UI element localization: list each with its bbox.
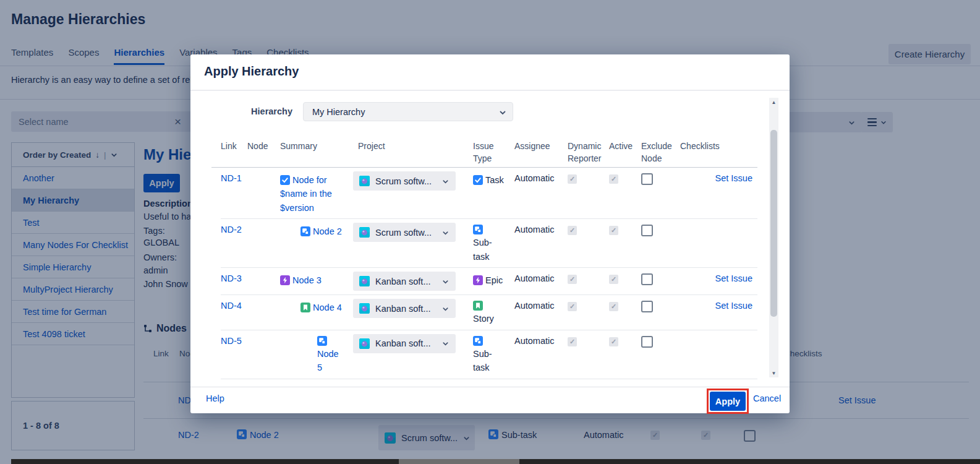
- assignee-value: Automatic: [514, 336, 554, 346]
- epic-icon: [473, 275, 483, 285]
- project-avatar-icon: [359, 338, 370, 349]
- project-avatar-icon: [359, 303, 370, 314]
- exclude-node-cell: [641, 225, 680, 264]
- issue-type-label: Task: [485, 173, 504, 187]
- project-cell: Scrum softw...: [358, 173, 473, 215]
- active-checkbox: ✓: [609, 302, 618, 311]
- project-value: Scrum softw...: [375, 176, 437, 186]
- chevron-down-icon: [442, 230, 448, 236]
- exclude-node-checkbox[interactable]: [641, 225, 653, 236]
- issue-type-label: Epic: [485, 273, 503, 287]
- issue-type-label: Sub-task: [473, 347, 500, 375]
- active-checkbox: ✓: [609, 337, 618, 346]
- node-link-cell: ND-4: [221, 301, 247, 325]
- exclude-node-cell: [641, 336, 680, 375]
- cancel-link[interactable]: Cancel: [753, 393, 781, 403]
- checklists-cell: Set Issue: [680, 301, 757, 325]
- project-avatar-icon: [359, 176, 370, 186]
- assignee-cell: Automatic: [514, 273, 568, 291]
- summary-link[interactable]: Node 4: [313, 303, 342, 312]
- dynamic-reporter-cell: ✓: [568, 301, 609, 325]
- issue-type-cell: Sub-task: [473, 225, 514, 264]
- summary-link[interactable]: Node 5: [317, 349, 339, 372]
- active-cell: ✓: [609, 173, 641, 215]
- horizontal-scrollbar-thumb[interactable]: [399, 459, 519, 464]
- project-avatar-icon: [359, 276, 370, 286]
- node-link-cell: ND-2: [221, 225, 247, 264]
- summary-cell: Node for $name in the $version: [280, 173, 358, 215]
- modal-col-issue-type: Issue Type: [473, 140, 514, 165]
- subtask-icon: [300, 226, 310, 236]
- set-issue-link[interactable]: Set Issue: [715, 301, 752, 311]
- node-link[interactable]: ND-4: [221, 301, 242, 311]
- project-select[interactable]: Kanban soft...: [353, 272, 456, 291]
- assignee-cell: Automatic: [514, 225, 568, 264]
- node-cell: [247, 336, 280, 375]
- dynamic-reporter-cell: ✓: [568, 336, 609, 375]
- project-select[interactable]: Scrum softw...: [353, 171, 456, 191]
- modal-col-project: Project: [358, 140, 473, 165]
- exclude-node-checkbox[interactable]: [641, 273, 653, 285]
- assignee-value: Automatic: [514, 173, 554, 183]
- exclude-node-checkbox[interactable]: [641, 336, 653, 348]
- epic-icon: [280, 275, 290, 285]
- checklists-cell: Set Issue: [680, 273, 757, 291]
- subtask-icon: [473, 225, 483, 234]
- project-cell: Kanban soft...: [358, 273, 473, 291]
- modal-apply-button[interactable]: Apply: [710, 392, 746, 411]
- modal-scrollbar-thumb[interactable]: [770, 130, 777, 317]
- modal-col-dynamic-reporter: Dynamic Reporter: [568, 140, 609, 165]
- modal-table-row: ND-5 Node 5Kanban soft... Sub-taskAutoma…: [221, 330, 757, 379]
- modal-table-row: ND-2 Node 2Scrum softw... Sub-taskAutoma…: [221, 219, 757, 268]
- summary-cell: Node 4: [280, 301, 358, 325]
- active-cell: ✓: [609, 225, 641, 264]
- modal-col-checklists: Checklists: [680, 140, 757, 165]
- node-link-cell: ND-5: [221, 336, 247, 375]
- modal-col-link: Link: [221, 140, 247, 165]
- modal-table-header: LinkNodeSummaryProjectIssue TypeAssignee…: [221, 140, 757, 165]
- project-value: Kanban soft...: [375, 304, 437, 314]
- modal-col-node: Node: [247, 140, 280, 165]
- modal-scrollbar[interactable]: ▲ ▼: [769, 98, 778, 377]
- dynamic-reporter-checkbox: ✓: [568, 226, 577, 235]
- project-cell: Kanban soft...: [358, 336, 473, 375]
- node-link[interactable]: ND-3: [221, 273, 242, 283]
- node-link[interactable]: ND-2: [221, 225, 242, 234]
- set-issue-link[interactable]: Set Issue: [715, 173, 752, 183]
- assignee-value: Automatic: [514, 225, 554, 234]
- project-value: Kanban soft...: [375, 338, 437, 348]
- project-select[interactable]: Kanban soft...: [353, 299, 456, 318]
- chevron-down-icon: [442, 306, 448, 312]
- story-icon: [300, 303, 310, 312]
- help-link[interactable]: Help: [206, 393, 224, 403]
- summary-cell: Node 5: [280, 336, 358, 375]
- node-link[interactable]: ND-5: [221, 336, 242, 346]
- active-checkbox: ✓: [609, 275, 618, 284]
- set-issue-link[interactable]: Set Issue: [715, 273, 752, 283]
- modal-col-summary: Summary: [280, 140, 358, 165]
- assignee-cell: Automatic: [514, 173, 568, 215]
- dynamic-reporter-cell: ✓: [568, 225, 609, 264]
- checklists-cell: [680, 225, 757, 264]
- hierarchy-select[interactable]: My Hierarchy: [303, 102, 513, 121]
- exclude-node-checkbox[interactable]: [641, 301, 653, 312]
- summary-link[interactable]: Node 3: [292, 275, 322, 285]
- divider: [190, 387, 790, 387]
- node-link[interactable]: ND-1: [221, 173, 242, 183]
- issue-type-cell: Story: [473, 301, 514, 325]
- exclude-node-checkbox[interactable]: [641, 173, 653, 185]
- modal-table-row: ND-4 Node 4Kanban soft... StoryAutomatic…: [221, 295, 757, 330]
- task-icon: [280, 175, 290, 185]
- project-select[interactable]: Kanban soft...: [353, 334, 456, 353]
- scroll-down-icon[interactable]: ▼: [769, 369, 778, 377]
- project-cell: Scrum softw...: [358, 225, 473, 264]
- modal-col-active: Active: [609, 140, 641, 165]
- chevron-down-icon: [442, 178, 448, 184]
- summary-link[interactable]: Node 2: [313, 226, 342, 236]
- node-cell: [247, 173, 280, 215]
- scroll-up-icon[interactable]: ▲: [769, 98, 778, 106]
- node-cell: [247, 273, 280, 291]
- project-select[interactable]: Scrum softw...: [353, 223, 456, 242]
- horizontal-scrollbar[interactable]: [11, 459, 980, 464]
- exclude-node-cell: [641, 273, 680, 291]
